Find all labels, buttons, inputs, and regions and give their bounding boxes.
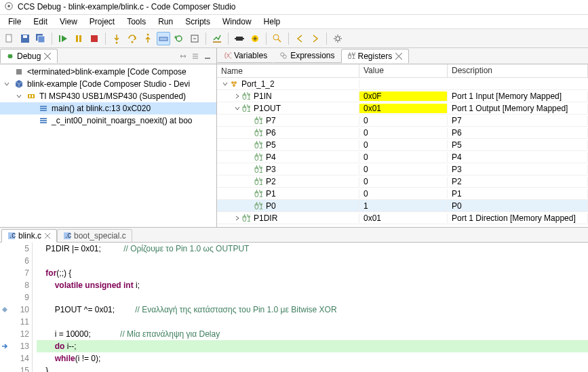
code-line[interactable]: volatile unsigned int i;: [37, 279, 588, 291]
register-row[interactable]: 10100101P1OUT0x01Port 1 Output [Memory M…: [217, 102, 588, 115]
tab-registers[interactable]: 10100101Registers: [341, 49, 410, 63]
chevron-icon[interactable]: [233, 104, 241, 112]
col-desc: Description: [448, 64, 588, 77]
back-icon[interactable]: [293, 32, 307, 45]
forward-icon[interactable]: [309, 32, 322, 45]
svg-rect-27: [32, 95, 33, 98]
svg-text:0101: 0101: [254, 202, 262, 210]
menu-window[interactable]: Window: [217, 16, 257, 28]
register-row[interactable]: 10100101P20P2: [217, 175, 588, 188]
minimize-icon[interactable]: [203, 51, 212, 61]
register-row[interactable]: 10100101P50P5: [217, 139, 588, 151]
chevron-icon[interactable]: [233, 214, 241, 222]
registers-table[interactable]: Name Value Description Port_1_210100101P…: [217, 64, 588, 227]
restart-icon[interactable]: [172, 32, 186, 45]
menu-file[interactable]: File: [3, 16, 26, 28]
editor-tab[interactable]: .cblink.c: [1, 229, 57, 243]
register-row[interactable]: 10100101P60P6: [217, 127, 588, 139]
register-row[interactable]: 10100101P1DIR0x01Port 1 Direction [Memor…: [217, 212, 588, 224]
code-line[interactable]: }: [37, 365, 588, 372]
code-editor[interactable]: 56789101112131415 P1DIR |= 0x01; // Ορίζ…: [0, 243, 588, 372]
debug-tree-item[interactable]: main() at blink.c:13 0xC020: [0, 102, 216, 115]
debug-tree-item[interactable]: _c_int00_noinit_noargs_noexit() at boo: [0, 115, 216, 127]
svg-text:0101: 0101: [254, 141, 262, 149]
tab-variables[interactable]: (x)Variables: [217, 48, 273, 63]
debug-tree[interactable]: <terminated>blink-example [Code Composeb…: [0, 64, 216, 227]
build-icon[interactable]: [210, 32, 224, 45]
chevron-icon[interactable]: [221, 80, 229, 88]
close-icon[interactable]: [44, 232, 51, 239]
chevron-icon: [246, 117, 254, 125]
close-icon[interactable]: [395, 52, 403, 60]
search-icon[interactable]: [271, 32, 284, 45]
close-icon[interactable]: [43, 52, 52, 60]
code-line[interactable]: P1OUT ^= 0x01; // Εναλλαγή της κατάσταση…: [37, 304, 588, 316]
assembly-step-icon[interactable]: [157, 32, 170, 45]
tree-label: main() at blink.c:13 0xC020: [52, 104, 151, 113]
debug-tree-item[interactable]: blink-example [Code Composer Studio - De…: [0, 78, 216, 90]
register-row[interactable]: 10100101P70P7: [217, 115, 588, 127]
svg-text:0101: 0101: [347, 53, 355, 60]
new-connection-icon[interactable]: [248, 32, 262, 45]
reg-icon: 10100101: [241, 104, 251, 113]
editor-tab[interactable]: .cboot_special.c: [57, 229, 132, 243]
step-return-icon[interactable]: [141, 32, 155, 45]
code-line[interactable]: do i--;: [37, 340, 588, 352]
menu-view[interactable]: View: [54, 16, 83, 28]
code-line[interactable]: P1DIR |= 0x01; // Ορίζουμε το Pin 1.0 ως…: [37, 243, 588, 255]
menu-edit[interactable]: Edit: [28, 16, 53, 28]
save-icon[interactable]: [18, 32, 32, 45]
register-row[interactable]: 10100101P1IN0x0FPort 1 Input [Memory Map…: [217, 90, 588, 102]
code-content[interactable]: P1DIR |= 0x01; // Ορίζουμε το Pin 1.0 ως…: [33, 243, 588, 372]
resume-icon[interactable]: [56, 32, 70, 45]
menu-project[interactable]: Project: [84, 16, 120, 28]
suspend-icon[interactable]: [72, 32, 85, 45]
svg-text:0101: 0101: [242, 214, 250, 222]
table-header: Name Value Description: [217, 64, 588, 78]
svg-rect-24: [16, 69, 22, 75]
terminate-icon[interactable]: [87, 32, 101, 45]
register-row[interactable]: Port_1_2: [217, 78, 588, 90]
debug-tab[interactable]: Debug: [0, 49, 58, 63]
code-line[interactable]: while(i != 0);: [37, 352, 588, 365]
svg-text:0101: 0101: [242, 92, 250, 100]
svg-text:(x): (x): [224, 51, 231, 59]
menu-scripts[interactable]: Scripts: [180, 16, 216, 28]
debug-tree-item[interactable]: <terminated>blink-example [Code Compose: [0, 66, 216, 78]
chevron-icon: [246, 190, 254, 198]
register-row[interactable]: 10100101P01P0: [217, 200, 588, 212]
new-icon[interactable]: [3, 32, 16, 45]
svg-text:0101: 0101: [254, 129, 262, 137]
step-into-icon[interactable]: [110, 32, 123, 45]
debug-tree-item[interactable]: TI MSP430 USB1/MSP430 (Suspended): [0, 90, 216, 102]
menu-help[interactable]: Help: [258, 16, 286, 28]
step-over-icon[interactable]: [125, 32, 139, 45]
chevron-icon[interactable]: [15, 92, 23, 100]
code-line[interactable]: [37, 291, 588, 304]
register-row[interactable]: 10100101P30P3: [217, 163, 588, 175]
register-row[interactable]: 10100101P10P1: [217, 188, 588, 200]
menu-run[interactable]: Run: [153, 16, 178, 28]
chevron-icon[interactable]: [233, 92, 241, 100]
reset-icon[interactable]: [188, 32, 201, 45]
register-row[interactable]: 10100101P40P4: [217, 151, 588, 163]
svg-point-12: [132, 41, 134, 43]
chevron-icon: [246, 153, 254, 161]
save-all-icon[interactable]: [34, 32, 47, 45]
chevron-icon[interactable]: [3, 80, 11, 88]
code-line[interactable]: [37, 316, 588, 328]
code-line[interactable]: [37, 255, 588, 267]
tab-expressions[interactable]: Expressions: [273, 48, 340, 63]
code-line[interactable]: i = 10000; // Μία επανάληψη για Delay: [37, 328, 588, 340]
menu-icon[interactable]: [191, 51, 200, 61]
gear-icon[interactable]: [331, 32, 345, 45]
svg-rect-31: [40, 118, 47, 119]
menu-tools[interactable]: Tools: [121, 16, 151, 28]
link-icon[interactable]: [178, 51, 188, 61]
col-name: Name: [217, 64, 359, 77]
debug-view: Debug <terminated>blink-example [Code Co…: [0, 48, 217, 227]
c-file-icon: .c: [63, 232, 71, 240]
chip-pause-icon: [26, 91, 37, 102]
flash-icon[interactable]: [233, 32, 246, 45]
code-line[interactable]: for(;;) {: [37, 267, 588, 279]
